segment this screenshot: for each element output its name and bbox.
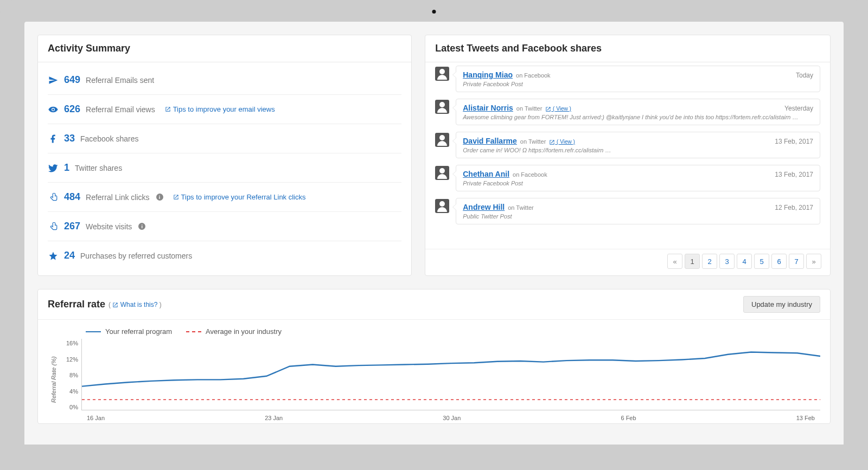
star-icon bbox=[48, 250, 59, 261]
camera-dot bbox=[432, 10, 436, 14]
y-tick: 16% bbox=[60, 340, 78, 346]
page-7-button[interactable]: 7 bbox=[789, 254, 804, 269]
feed-view-link[interactable]: ( View ) bbox=[549, 139, 575, 145]
page-1-button[interactable]: 1 bbox=[685, 254, 700, 269]
feed-item: Andrew Hillon Twitter12 Feb, 2017Public … bbox=[435, 198, 820, 224]
x-tick: 16 Jan bbox=[87, 415, 105, 421]
avatar bbox=[435, 67, 449, 81]
chart-y-axis-label: Referral Rate (%) bbox=[48, 339, 60, 420]
facebook-icon bbox=[48, 133, 59, 144]
y-tick: 0% bbox=[60, 404, 78, 410]
feed-date: Yesterday bbox=[784, 105, 813, 112]
avatar bbox=[435, 100, 449, 114]
feed-date: 12 Feb, 2017 bbox=[775, 204, 813, 211]
activity-count: 484 bbox=[64, 191, 80, 203]
activity-count: 24 bbox=[64, 250, 75, 261]
activity-row-emails-sent: 649Referral Emails sent bbox=[48, 66, 401, 95]
feed-body-text: Public Twitter Post bbox=[463, 213, 813, 220]
feed-source: on Facebook bbox=[513, 171, 547, 178]
activity-count: 267 bbox=[64, 221, 80, 232]
activity-label: Twitter shares bbox=[75, 164, 122, 172]
feed-user-link[interactable]: Andrew Hill bbox=[463, 203, 505, 211]
legend-swatch-industry bbox=[186, 331, 201, 332]
activity-count: 649 bbox=[64, 74, 80, 86]
info-icon[interactable]: i bbox=[156, 194, 163, 201]
feed-source: on Facebook bbox=[516, 72, 551, 79]
chart-x-axis: 16 Jan23 Jan30 Jan6 Feb13 Feb bbox=[81, 415, 820, 421]
legend-label-program: Your referral program bbox=[105, 327, 172, 336]
avatar bbox=[435, 199, 449, 213]
social-feed-panel: Latest Tweets and Facebook shares Hanqin… bbox=[425, 35, 831, 276]
feed-item: David Fallarmeon Twitter ( View )13 Feb,… bbox=[435, 132, 820, 158]
page-next-button[interactable]: » bbox=[806, 254, 821, 269]
feed-item: Chethan Anilon Facebook13 Feb, 2017Priva… bbox=[435, 165, 820, 191]
tip-link[interactable]: Tips to improve your email views bbox=[165, 105, 275, 113]
feed-user-link[interactable]: Chethan Anil bbox=[463, 170, 509, 178]
info-icon[interactable]: i bbox=[138, 223, 145, 230]
activity-summary-title: Activity Summary bbox=[38, 35, 411, 62]
feed-item: Hanqing Miaoon FacebookTodayPrivate Face… bbox=[435, 66, 820, 92]
y-tick: 8% bbox=[60, 372, 78, 378]
chart-plot-area bbox=[81, 339, 820, 410]
feed-date: 13 Feb, 2017 bbox=[775, 171, 813, 178]
activity-label: Website visits bbox=[86, 222, 132, 231]
legend-label-industry: Average in your industry bbox=[206, 327, 282, 336]
feed-source: on Twitter bbox=[508, 204, 534, 211]
feed-view-link[interactable]: ( View ) bbox=[545, 106, 571, 112]
legend-swatch-program bbox=[86, 331, 101, 332]
update-industry-button[interactable]: Update my industry bbox=[743, 296, 820, 313]
activity-label: Referral Emails sent bbox=[86, 76, 154, 85]
pointer-icon bbox=[48, 192, 59, 202]
activity-row-email-views: 626Referral Email views Tips to improve … bbox=[48, 95, 401, 124]
feed-user-link[interactable]: Alistair Norris bbox=[463, 104, 513, 112]
feed-user-link[interactable]: Hanqing Miao bbox=[463, 70, 513, 79]
eye-icon bbox=[48, 104, 59, 114]
page-2-button[interactable]: 2 bbox=[702, 254, 717, 269]
social-feed-title: Latest Tweets and Facebook shares bbox=[425, 35, 830, 62]
twitter-icon bbox=[48, 163, 59, 173]
activity-count: 626 bbox=[64, 104, 80, 115]
feed-date: 13 Feb, 2017 bbox=[775, 138, 813, 145]
what-is-this-link[interactable]: What is this? bbox=[120, 301, 158, 308]
feed-bubble: David Fallarmeon Twitter ( View )13 Feb,… bbox=[456, 132, 820, 158]
x-tick: 13 Feb bbox=[796, 415, 815, 421]
chart-legend: Your referral program Average in your in… bbox=[48, 327, 820, 336]
chart-line-program bbox=[82, 352, 820, 387]
avatar bbox=[435, 166, 449, 180]
activity-row-link-clicks: 484Referral Link clicksi Tips to improve… bbox=[48, 183, 401, 212]
feed-body-text: Order came in! WOO! Ω https://fortem.ref… bbox=[463, 147, 813, 153]
activity-label: Referral Email views bbox=[86, 105, 155, 114]
feed-body-text: Private Facebook Post bbox=[463, 81, 813, 87]
page-4-button[interactable]: 4 bbox=[737, 254, 752, 269]
page-prev-button[interactable]: « bbox=[667, 254, 682, 269]
page-3-button[interactable]: 3 bbox=[719, 254, 735, 269]
paper-plane-icon bbox=[48, 75, 59, 85]
feed-date: Today bbox=[796, 72, 813, 79]
feed-body-text: Awesome climbing gear from FORTEM! Just … bbox=[463, 114, 813, 120]
activity-summary-panel: Activity Summary 649Referral Emails sent… bbox=[37, 35, 412, 276]
pointer-icon bbox=[48, 221, 59, 231]
activity-label: Facebook shares bbox=[80, 134, 138, 143]
referral-rate-title: Referral rate bbox=[48, 299, 105, 310]
activity-row-tw-shares: 1Twitter shares bbox=[48, 153, 401, 183]
activity-row-visits: 267Website visitsi bbox=[48, 212, 401, 241]
pagination: «1234567» bbox=[425, 249, 830, 275]
referral-rate-help: ( What is this? ) bbox=[108, 301, 162, 308]
page-5-button[interactable]: 5 bbox=[754, 254, 769, 269]
tip-link[interactable]: Tips to improve your Referral Link click… bbox=[173, 193, 306, 201]
activity-label: Referral Link clicks bbox=[86, 193, 149, 202]
activity-row-purchases: 24Purchases by referred customers bbox=[48, 241, 401, 270]
feed-source: on Twitter bbox=[520, 138, 546, 145]
feed-bubble: Chethan Anilon Facebook13 Feb, 2017Priva… bbox=[456, 165, 820, 191]
referral-rate-panel: Referral rate ( What is this? ) Update m… bbox=[37, 289, 831, 424]
feed-bubble: Hanqing Miaoon FacebookTodayPrivate Face… bbox=[456, 66, 820, 92]
page-6-button[interactable]: 6 bbox=[771, 254, 787, 269]
activity-count: 33 bbox=[64, 133, 75, 144]
x-tick: 23 Jan bbox=[265, 415, 283, 421]
feed-body-text: Private Facebook Post bbox=[463, 180, 813, 186]
feed-bubble: Andrew Hillon Twitter12 Feb, 2017Public … bbox=[456, 198, 820, 224]
avatar bbox=[435, 133, 449, 147]
feed-bubble: Alistair Norrison Twitter ( View )Yester… bbox=[456, 99, 820, 125]
feed-user-link[interactable]: David Fallarme bbox=[463, 137, 517, 145]
activity-label: Purchases by referred customers bbox=[80, 252, 192, 260]
